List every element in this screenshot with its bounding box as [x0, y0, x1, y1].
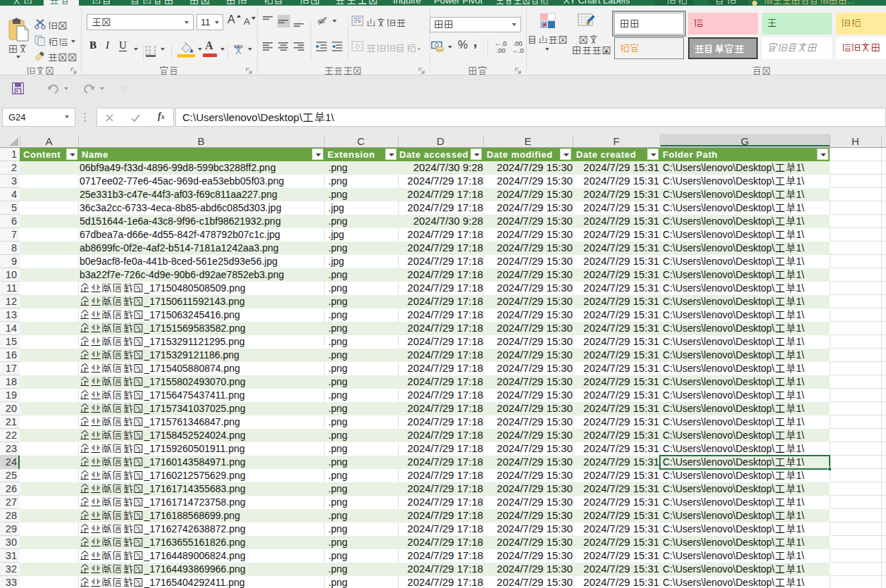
- svg-text:ab: ab: [318, 18, 325, 25]
- svg-text:≠: ≠: [542, 20, 547, 29]
